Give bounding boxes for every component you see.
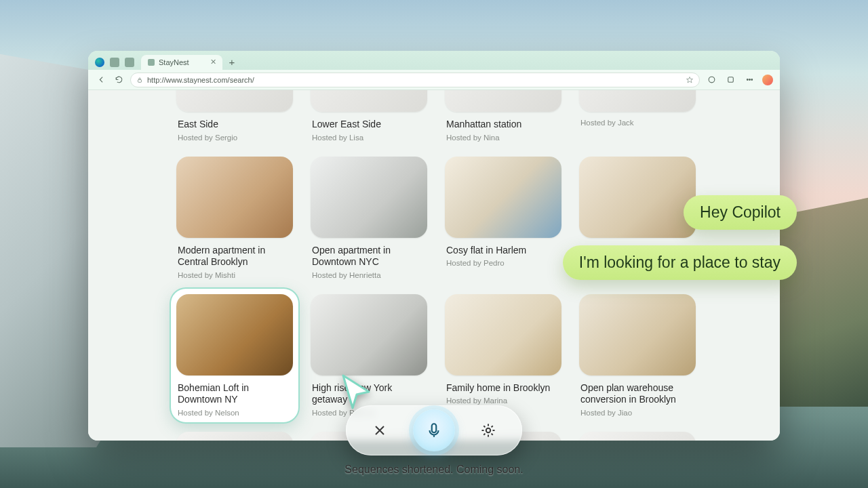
listing-thumb	[176, 157, 293, 238]
new-tab-button[interactable]: +	[225, 55, 239, 68]
user-speech-bubble: Hey Copilot	[684, 195, 797, 230]
listing-host: Hosted by Mishti	[178, 271, 292, 279]
copilot-control-bar	[346, 405, 522, 455]
listing-host: Hosted by Henrietta	[312, 271, 426, 279]
listing-card[interactable]: High rise New York getaway Hosted by Pat…	[311, 294, 427, 417]
listing-card[interactable]: Cosy flat in Harlem Hosted by Pedro	[445, 157, 561, 279]
svg-point-7	[486, 428, 490, 432]
close-button[interactable]	[364, 415, 395, 446]
bubble-text: I'm looking for a place to stay	[579, 253, 781, 271]
listing-title: Open apartment in Downtown NYC	[312, 245, 426, 268]
svg-rect-0	[138, 79, 142, 82]
svg-point-1	[709, 77, 715, 83]
tab-strip: StayNest ✕ +	[88, 51, 780, 70]
listing-host: Hosted by Marina	[446, 396, 560, 405]
listing-card[interactable]	[579, 432, 696, 441]
listing-title: East Side	[178, 119, 292, 131]
tab-favicon-icon	[148, 59, 155, 66]
settings-button[interactable]	[473, 415, 504, 446]
bubble-text: Hey Copilot	[700, 203, 781, 221]
site-info-icon	[136, 77, 143, 83]
browser-tab[interactable]: StayNest ✕	[141, 55, 222, 70]
listing-card[interactable]: Open plan warehouse conversion in Brookl…	[579, 294, 696, 417]
listing-thumb	[311, 90, 427, 112]
microphone-button[interactable]	[413, 409, 455, 451]
listing-thumb	[311, 294, 427, 375]
url-text: http://www.staynest.com/search/	[147, 76, 682, 84]
listing-thumb	[311, 157, 427, 238]
address-bar[interactable]: http://www.staynest.com/search/	[130, 73, 700, 87]
svg-rect-6	[432, 424, 437, 432]
titlebar-icons	[92, 58, 138, 70]
listing-card[interactable]: Hosted by Jack	[579, 90, 696, 142]
listing-thumb	[579, 90, 696, 112]
listing-thumb	[445, 157, 561, 238]
listing-thumb	[579, 157, 696, 238]
menu-button[interactable]	[743, 74, 755, 86]
listing-title: Open plan warehouse conversion in Brookl…	[580, 382, 694, 406]
listing-thumb	[579, 294, 696, 375]
refresh-button[interactable]	[113, 74, 125, 86]
microphone-icon	[425, 422, 443, 439]
listing-thumb	[579, 432, 696, 441]
listing-thumb	[176, 294, 293, 375]
tab-close-button[interactable]: ✕	[209, 58, 217, 66]
listing-host: Hosted by Sergio	[178, 134, 292, 142]
edge-logo-icon	[95, 58, 104, 67]
disclaimer-caption: Sequences shortened. Coming soon.	[344, 464, 523, 476]
listing-title: Bohemian Loft in Downtown NY	[178, 382, 292, 406]
svg-point-5	[751, 79, 752, 81]
listing-thumb	[176, 432, 293, 441]
close-icon	[372, 422, 388, 439]
svg-rect-2	[728, 77, 733, 83]
listing-card[interactable]: Lower East Side Hosted by Lisa	[311, 90, 427, 142]
listing-host: Hosted by Jiao	[580, 409, 694, 417]
gear-icon	[480, 422, 496, 439]
listing-card-selected[interactable]: Bohemian Loft in Downtown NY Hosted by N…	[171, 289, 298, 422]
listing-thumb	[176, 90, 293, 112]
listing-card[interactable]: Modern apartment in Central Brooklyn Hos…	[176, 157, 293, 279]
workspaces-icon[interactable]	[110, 58, 119, 67]
listing-title: High rise New York getaway	[312, 382, 426, 406]
listing-thumb	[445, 294, 561, 375]
svg-point-4	[749, 79, 750, 81]
user-speech-bubble: I'm looking for a place to stay	[563, 245, 797, 280]
listing-title: Lower East Side	[312, 119, 426, 131]
listing-title: Cosy flat in Harlem	[446, 245, 560, 257]
svg-point-3	[747, 79, 748, 81]
listing-card[interactable]: Family home in Brooklyn Hosted by Marina	[445, 294, 561, 417]
listing-host: Hosted by Jack	[580, 119, 694, 127]
listing-title: Manhattan station	[446, 119, 560, 131]
listing-host: Hosted by Lisa	[312, 134, 426, 142]
listing-host: Hosted by Nelson	[178, 409, 292, 417]
browser-toolbar: http://www.staynest.com/search/	[88, 70, 780, 90]
extensions-icon[interactable]	[724, 74, 736, 86]
listing-thumb	[445, 90, 561, 112]
favorite-star-icon[interactable]	[686, 76, 694, 84]
copilot-toolbar-icon[interactable]	[705, 74, 717, 86]
listing-title: Modern apartment in Central Brooklyn	[178, 245, 292, 268]
back-button[interactable]	[95, 74, 107, 86]
listing-title: Family home in Brooklyn	[446, 382, 560, 394]
tab-title: StayNest	[159, 58, 189, 66]
profile-avatar[interactable]	[762, 75, 773, 85]
listing-card[interactable]: Manhattan station Hosted by Nina	[445, 90, 561, 142]
listing-card[interactable]: East Side Hosted by Sergio	[176, 90, 293, 142]
listing-host: Hosted by Nina	[446, 134, 560, 142]
listing-card[interactable]: Open apartment in Downtown NYC Hosted by…	[311, 157, 427, 279]
listing-card[interactable]	[176, 432, 293, 441]
listing-host: Hosted by Pedro	[446, 259, 560, 267]
tab-actions-icon[interactable]	[125, 58, 134, 67]
